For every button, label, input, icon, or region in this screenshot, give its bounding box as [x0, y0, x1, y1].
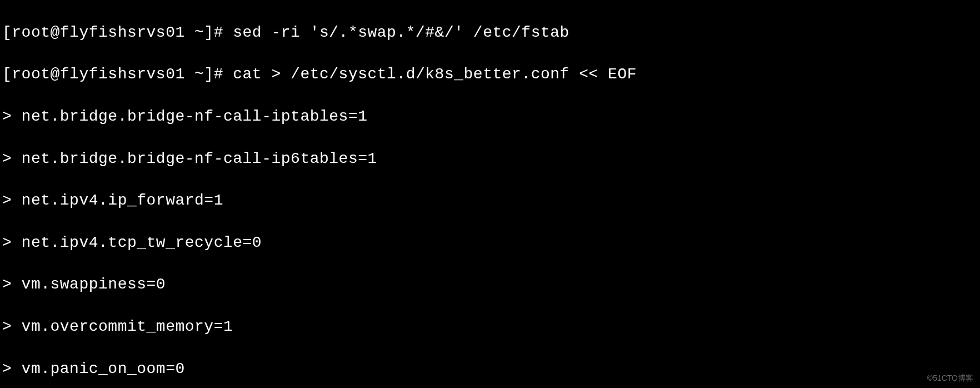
watermark-text: ©51CTO博客: [927, 373, 973, 384]
terminal-line: [root@flyfishsrvs01 ~]# sed -ri 's/.*swa…: [2, 22, 978, 43]
terminal-line: > vm.panic_on_oom=0: [2, 359, 978, 380]
terminal-line: > net.bridge.bridge-nf-call-iptables=1: [2, 106, 978, 127]
terminal-line: > net.bridge.bridge-nf-call-ip6tables=1: [2, 148, 978, 170]
terminal-line: > vm.swappiness=0: [2, 274, 978, 295]
terminal-line: > vm.overcommit_memory=1: [2, 316, 978, 337]
terminal-line: [root@flyfishsrvs01 ~]# cat > /etc/sysct…: [2, 64, 978, 85]
terminal-line: > net.ipv4.ip_forward=1: [2, 190, 978, 211]
terminal-output[interactable]: [root@flyfishsrvs01 ~]# sed -ri 's/.*swa…: [2, 1, 978, 388]
terminal-line: > net.ipv4.tcp_tw_recycle=0: [2, 232, 978, 253]
